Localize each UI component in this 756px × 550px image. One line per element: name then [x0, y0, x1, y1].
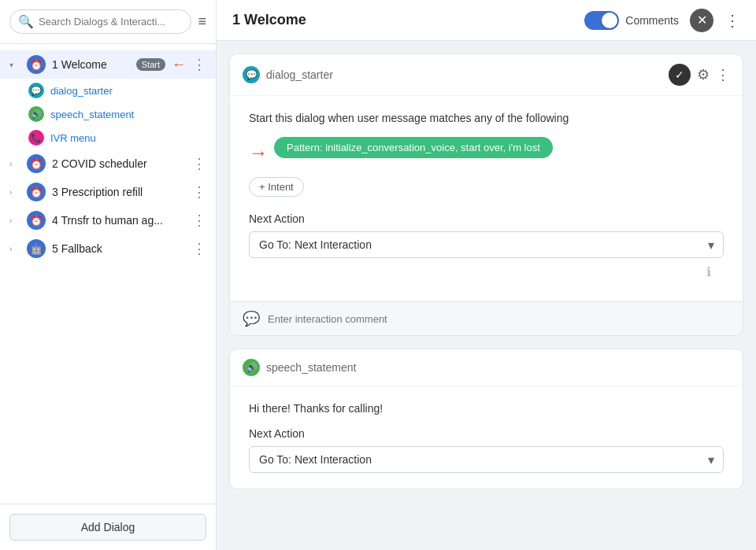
card-more-icon[interactable]: ⋮	[716, 66, 730, 83]
dialog-item-1[interactable]: ▾ ⏰ 1 Welcome Start ← ⋮	[0, 50, 216, 79]
card-body-speech-statement: Hi there! Thanks for calling! Next Actio…	[230, 386, 743, 489]
dialog-name-4: 4 Trnsfr to human ag...	[52, 214, 186, 227]
dialog-item-2[interactable]: › ⏰ 2 COVID scheduler ⋮	[0, 149, 216, 178]
main-content: 1 Welcome Comments ✕ ⋮ 💬 dialog	[217, 0, 756, 550]
topbar-actions: Comments ✕ ⋮	[584, 9, 740, 32]
sidebar-search-bar: 🔍 ≡	[0, 0, 216, 44]
dialog-name-3: 3 Prescription refill	[52, 186, 186, 198]
sub-item-dialog-starter[interactable]: 💬 dialog_starter	[0, 79, 216, 102]
dialog-icon-5: 🤖	[27, 239, 46, 258]
search-box[interactable]: 🔍	[9, 9, 191, 34]
chevron-right-icon-3[interactable]: ›	[9, 188, 20, 197]
card-actions-dialog-starter: ✓ ⚙ ⋮	[669, 64, 730, 86]
next-action-label-2: Next Action	[249, 427, 724, 440]
pattern-chip[interactable]: Pattern: initialize_conversation_voice, …	[274, 137, 553, 158]
sub-item-speech-statement[interactable]: 🔊 speech_statement	[0, 102, 216, 126]
close-button[interactable]: ✕	[690, 9, 713, 32]
chevron-right-icon-4[interactable]: ›	[9, 216, 20, 225]
sidebar: 🔍 ≡ ▾ ⏰ 1 Welcome Start ← ⋮ 💬 dial	[0, 0, 217, 550]
more-options-icon-3[interactable]: ⋮	[192, 183, 206, 201]
more-options-icon-1[interactable]: ⋮	[192, 56, 206, 73]
card-icon-speech-statement: 🔊	[243, 359, 260, 376]
sidebar-footer: Add Dialog	[0, 504, 216, 550]
toggle-thumb	[602, 13, 617, 28]
gear-icon[interactable]: ⚙	[697, 66, 710, 83]
comments-toggle[interactable]	[584, 11, 619, 30]
card-footer-info-1: ℹ	[249, 258, 724, 286]
card-header-dialog-starter: 💬 dialog_starter ✓ ⚙ ⋮	[230, 54, 743, 96]
info-icon[interactable]: ℹ	[706, 264, 711, 279]
dialog-item-3[interactable]: › ⏰ 3 Prescription refill ⋮	[0, 178, 216, 206]
comments-toggle-wrap: Comments	[584, 11, 679, 30]
topbar-more-icon[interactable]: ⋮	[724, 11, 740, 30]
page-title: 1 Welcome	[232, 12, 306, 28]
card-description-dialog-starter: Start this dialog when user message matc…	[249, 112, 724, 124]
dialog-icon-2: ⏰	[27, 154, 46, 173]
toggle-label: Comments	[625, 14, 679, 27]
dialog-name-5: 5 Fallback	[52, 242, 186, 255]
topbar: 1 Welcome Comments ✕ ⋮	[217, 0, 756, 41]
sub-icon-speech-statement: 🔊	[28, 106, 44, 122]
dialog-icon-1: ⏰	[27, 55, 46, 74]
next-action-select-wrap-2: Go To: Next Interaction	[249, 446, 724, 473]
sub-icon-dialog-starter: 💬	[28, 83, 44, 98]
card-body-dialog-starter: Start this dialog when user message matc…	[230, 96, 743, 301]
card-header-left: 💬 dialog_starter	[243, 66, 333, 83]
content-area: 💬 dialog_starter ✓ ⚙ ⋮ Start this dialog…	[217, 41, 756, 550]
card-title-speech-statement: speech_statement	[266, 361, 356, 374]
sub-item-label-speech-statement: speech_statement	[50, 109, 134, 120]
dialog-starter-card: 💬 dialog_starter ✓ ⚙ ⋮ Start this dialog…	[229, 54, 743, 336]
next-action-select-wrap-1: Go To: Next Interaction	[249, 231, 724, 258]
sub-icon-ivr-menu: 📞	[28, 130, 44, 146]
search-icon: 🔍	[18, 14, 34, 29]
card-icon-dialog-starter: 💬	[243, 66, 260, 83]
speech-statement-card: 🔊 speech_statement Hi there! Thanks for …	[229, 349, 743, 489]
card-title-dialog-starter: dialog_starter	[266, 68, 333, 81]
check-button[interactable]: ✓	[669, 64, 691, 86]
comment-bar-1: 💬	[230, 301, 743, 335]
dialog-item-4[interactable]: › ⏰ 4 Trnsfr to human ag... ⋮	[0, 206, 216, 234]
more-options-icon-2[interactable]: ⋮	[192, 155, 206, 172]
card-header-left-2: 🔊 speech_statement	[243, 359, 356, 376]
dialog-name-2: 2 COVID scheduler	[52, 157, 186, 170]
comment-input-1[interactable]	[268, 313, 730, 325]
sub-item-ivr-menu[interactable]: 📞 IVR menu	[0, 126, 216, 149]
next-action-select-2[interactable]: Go To: Next Interaction	[249, 446, 724, 473]
chevron-down-icon[interactable]: ▾	[9, 61, 20, 69]
chevron-right-icon-5[interactable]: ›	[9, 245, 20, 253]
next-action-select-1[interactable]: Go To: Next Interaction	[249, 231, 724, 258]
next-action-label-1: Next Action	[249, 212, 724, 225]
comment-icon: 💬	[243, 310, 260, 327]
dialog-list: ▾ ⏰ 1 Welcome Start ← ⋮ 💬 dialog_starter…	[0, 44, 216, 504]
add-intent-button[interactable]: + Intent	[249, 177, 304, 197]
search-input[interactable]	[39, 16, 183, 28]
card-description-speech-statement: Hi there! Thanks for calling!	[249, 402, 724, 415]
arrow-right-icon: ←	[172, 57, 186, 73]
card-header-speech-statement: 🔊 speech_statement	[230, 349, 743, 386]
chevron-right-icon-2[interactable]: ›	[9, 160, 20, 168]
add-dialog-button[interactable]: Add Dialog	[9, 514, 206, 541]
sub-item-label-ivr-menu: IVR menu	[50, 132, 96, 144]
filter-icon[interactable]: ≡	[198, 13, 206, 30]
dialog-group-1: ▾ ⏰ 1 Welcome Start ← ⋮ 💬 dialog_starter…	[0, 50, 216, 149]
dialog-icon-3: ⏰	[27, 183, 46, 201]
start-badge: Start	[136, 58, 165, 71]
more-options-icon-5[interactable]: ⋮	[192, 240, 206, 257]
dialog-icon-4: ⏰	[27, 211, 46, 230]
pattern-arrow-icon: →	[249, 142, 268, 164]
sub-item-label-dialog-starter: dialog_starter	[50, 85, 113, 97]
more-options-icon-4[interactable]: ⋮	[192, 212, 206, 229]
dialog-item-5[interactable]: › 🤖 5 Fallback ⋮	[0, 234, 216, 263]
dialog-name-1: 1 Welcome	[52, 58, 130, 71]
